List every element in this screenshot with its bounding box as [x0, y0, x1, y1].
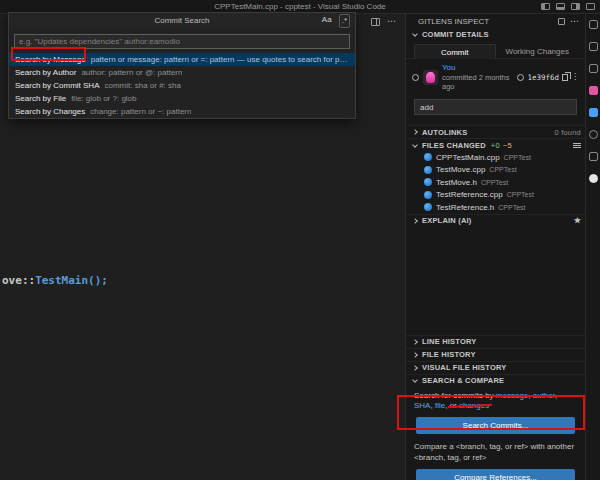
visual-file-history-title: VISUAL FILE HISTORY: [422, 363, 507, 372]
files-modified-badge: ~5: [503, 141, 512, 150]
toggle-secondary-sidebar-icon[interactable]: [571, 3, 580, 10]
match-case-icon[interactable]: Aa: [320, 14, 334, 28]
item-label: Search by Message: [15, 55, 86, 64]
line-history-section[interactable]: LINE HISTORY: [406, 335, 585, 348]
customize-layout-icon[interactable]: [586, 3, 595, 10]
search-by-file-link[interactable]: file: [435, 401, 445, 410]
visual-file-history-section[interactable]: VISUAL FILE HISTORY: [406, 361, 585, 374]
gitlens-icon[interactable]: [589, 86, 598, 95]
commit-actions-icon[interactable]: ⋮: [571, 73, 579, 81]
open-in-editor-icon[interactable]: [558, 18, 565, 25]
commit-search-input[interactable]: [14, 34, 350, 49]
item-label: Search by Changes: [15, 107, 85, 116]
files-changed-title: FILES CHANGED: [422, 141, 486, 150]
code-line: ove::TestMain();: [2, 274, 108, 287]
quick-pick-item-search-by-file[interactable]: Search by File file: glob or ?: glob: [9, 92, 355, 105]
chevron-right-icon: [412, 218, 418, 224]
extensions-icon[interactable]: [589, 108, 598, 117]
view-as-tree-icon[interactable]: [573, 143, 581, 144]
testing-icon[interactable]: [589, 130, 598, 139]
editor-more-actions-icon[interactable]: ⋯: [387, 17, 396, 26]
search-commits-label: Search Commits...: [463, 421, 529, 430]
compare-references-button[interactable]: Compare References...: [416, 469, 575, 480]
quick-pick-item-search-by-message[interactable]: Search by Message pattern or message: pa…: [9, 53, 355, 66]
files-changed-section[interactable]: FILES CHANGED +0 ~5: [406, 138, 585, 151]
remote-explorer-icon[interactable]: [589, 152, 598, 161]
file-row[interactable]: TestReference.cpp CPPTest: [406, 189, 585, 202]
gitlens-inspect-panel: GITLENS INSPECT ⋯ COMMIT DETAILS Commit …: [405, 14, 585, 480]
commit-sha-group: 1e39f6d ⋮: [517, 73, 579, 82]
item-label: Search by Commit SHA: [15, 81, 99, 90]
file-row[interactable]: CPPTestMain.cpp CPPTest: [406, 151, 585, 164]
file-folder: CPPTest: [481, 179, 508, 186]
window-title: CPPTestMain.cpp - cpptest - Visual Studi…: [214, 2, 386, 11]
item-description: commit: sha or #: sha: [104, 81, 180, 90]
commit-time: committed 2 months ago: [442, 73, 513, 91]
search-by-message-link[interactable]: message: [496, 391, 528, 400]
tab-commit[interactable]: Commit: [414, 44, 496, 59]
quick-input-title: Commit Search: [154, 16, 209, 25]
search-commits-button[interactable]: Search Commits...: [416, 417, 575, 434]
commit-meta: You committed 2 months ago: [442, 63, 513, 91]
source-control-icon[interactable]: [589, 42, 598, 51]
search-compare-section[interactable]: SEARCH & COMPARE: [406, 374, 585, 387]
tab-commit-label: Commit: [441, 48, 469, 57]
quick-input-toolbar: Aa .*: [320, 14, 350, 28]
panel-spacer: [406, 227, 585, 335]
cpp-file-icon: [424, 203, 432, 211]
quick-pick-item-search-by-changes[interactable]: Search by Changes change: pattern or ~: …: [9, 105, 355, 118]
tab-working-changes-label: Working Changes: [506, 47, 569, 56]
toggle-panel-icon[interactable]: [556, 3, 565, 10]
autolinks-section[interactable]: AUTOLINKS 0 found: [406, 125, 585, 138]
autolinks-title: AUTOLINKS: [422, 128, 467, 137]
item-description: author: pattern or @: pattern: [81, 68, 182, 77]
item-description: change: pattern or ~: pattern: [90, 107, 191, 116]
item-description: file: glob or ?: glob: [71, 94, 136, 103]
commit-author-link[interactable]: You: [442, 63, 513, 72]
search-compare-title: SEARCH & COMPARE: [422, 376, 504, 385]
file-history-section[interactable]: FILE HISTORY: [406, 348, 585, 361]
commit-summary-row: You committed 2 months ago 1e39f6d ⋮: [406, 59, 585, 95]
panel-more-actions-icon[interactable]: ⋯: [570, 17, 579, 26]
cpp-file-icon: [424, 166, 432, 174]
commit-sha[interactable]: 1e39f6d: [527, 73, 559, 82]
code-segment: ();: [88, 274, 108, 287]
commit-search-icon[interactable]: [412, 74, 419, 81]
file-row[interactable]: TestMove.h CPPTest: [406, 176, 585, 189]
search-input-wrap: [14, 30, 350, 49]
quick-pick-item-search-by-sha[interactable]: Search by Commit SHA commit: sha or #: s…: [9, 79, 355, 92]
toggle-sidebar-icon[interactable]: [541, 3, 550, 10]
account-icon[interactable]: [589, 174, 598, 183]
commit-details-header[interactable]: COMMIT DETAILS: [406, 28, 585, 41]
file-row[interactable]: TestReference.h CPPTest: [406, 201, 585, 214]
debug-icon[interactable]: [589, 64, 598, 73]
copy-sha-icon[interactable]: [562, 74, 568, 81]
author-avatar[interactable]: [423, 70, 438, 85]
quick-pick-item-search-by-author[interactable]: Search by Author author: pattern or @: p…: [9, 66, 355, 79]
item-label: Search by File: [15, 94, 66, 103]
autolinks-count: 0 found: [555, 128, 581, 137]
commit-message-box[interactable]: add: [414, 99, 577, 115]
intro-text: ,: [555, 391, 557, 400]
tab-working-changes[interactable]: Working Changes: [498, 44, 578, 58]
commit-icon: [517, 74, 524, 81]
compare-description: Compare a <branch, tag, or ref> with ano…: [406, 434, 585, 464]
quick-input-header: Commit Search Aa .*: [9, 13, 355, 27]
cpp-file-icon: [424, 178, 432, 186]
use-regex-icon[interactable]: .*: [339, 14, 350, 28]
file-row[interactable]: TestMove.cpp CPPTest: [406, 164, 585, 177]
search-by-sha-link[interactable]: SHA: [414, 401, 430, 410]
commit-details-title: COMMIT DETAILS: [422, 30, 489, 39]
chevron-down-icon: [412, 377, 418, 383]
search-compare-intro: Search for commits by message, author, S…: [406, 387, 585, 413]
cpp-file-icon: [424, 191, 432, 199]
split-editor-icon[interactable]: [371, 18, 380, 26]
search-icon[interactable]: [589, 20, 598, 29]
file-folder: CPPTest: [489, 166, 516, 173]
explain-ai-section[interactable]: EXPLAIN (AI) ★: [406, 214, 585, 227]
chevron-right-icon: [412, 339, 418, 345]
file-folder: CPPTest: [504, 154, 531, 161]
search-by-author-link[interactable]: author: [533, 391, 555, 400]
file-name: TestReference.h: [436, 203, 494, 212]
item-description: pattern or message: pattern or =: patter…: [91, 55, 349, 64]
